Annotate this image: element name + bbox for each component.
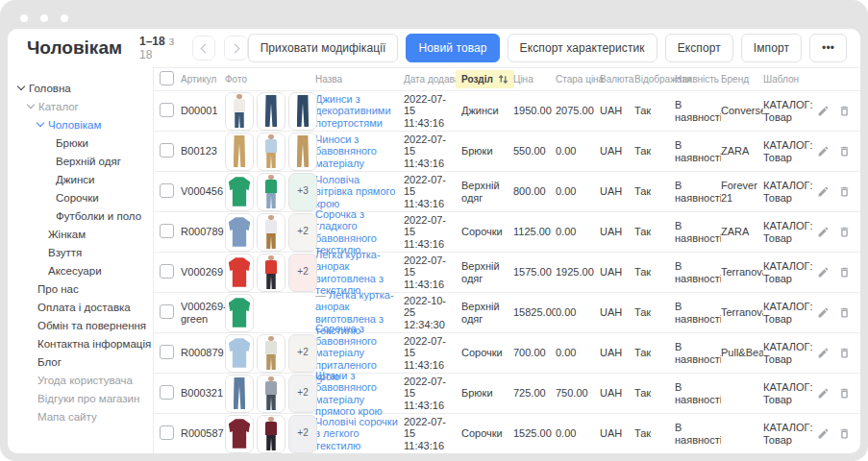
edit-pencil-icon[interactable] bbox=[817, 105, 830, 117]
edit-pencil-icon[interactable] bbox=[817, 387, 830, 400]
sidebar-item[interactable]: Аксесуари bbox=[8, 261, 153, 279]
column-header[interactable]: Фото bbox=[225, 74, 315, 85]
sidebar-item[interactable]: Жінкам bbox=[8, 225, 153, 243]
window-control-dot[interactable] bbox=[20, 14, 28, 22]
product-thumbnail[interactable]: +2 bbox=[288, 375, 317, 413]
product-thumbnail[interactable] bbox=[257, 334, 285, 373]
sidebar-item[interactable]: Каталог bbox=[8, 97, 153, 115]
row-checkbox[interactable] bbox=[160, 304, 174, 319]
sidebar-item[interactable]: Відгуки про магазин bbox=[8, 389, 153, 407]
product-thumbnail[interactable]: +3 bbox=[288, 173, 317, 211]
product-thumbnail[interactable] bbox=[257, 213, 285, 252]
edit-pencil-icon[interactable] bbox=[817, 427, 830, 440]
edit-pencil-icon[interactable] bbox=[817, 145, 830, 158]
column-header[interactable]: Ціна bbox=[513, 74, 556, 85]
column-header[interactable]: Дата додавання bbox=[404, 74, 461, 85]
export-button[interactable]: Експорт bbox=[665, 34, 733, 62]
delete-trash-icon[interactable] bbox=[838, 347, 851, 359]
sidebar-item[interactable]: Футболки и поло bbox=[8, 206, 153, 225]
edit-pencil-icon[interactable] bbox=[817, 266, 830, 279]
sidebar-item[interactable]: Джинси bbox=[8, 170, 153, 188]
column-header[interactable]: Валюта bbox=[600, 74, 634, 85]
product-thumbnail[interactable] bbox=[225, 415, 254, 453]
column-header[interactable]: Назва bbox=[315, 74, 404, 85]
sidebar-item[interactable]: Оплата і доставка bbox=[8, 298, 153, 316]
product-thumbnail[interactable] bbox=[288, 133, 317, 171]
sidebar-item[interactable]: Обмін та повернення bbox=[8, 316, 153, 334]
edit-pencil-icon[interactable] bbox=[817, 306, 830, 319]
product-thumbnail[interactable]: +2 bbox=[288, 254, 317, 292]
product-thumbnail[interactable] bbox=[225, 254, 254, 292]
row-checkbox[interactable] bbox=[160, 224, 174, 238]
sidebar-item[interactable]: Про нас bbox=[8, 279, 153, 298]
product-thumbnail[interactable] bbox=[225, 173, 254, 211]
product-thumbnail[interactable]: +2 bbox=[288, 213, 317, 252]
new-product-button[interactable]: Новий товар bbox=[406, 34, 499, 62]
more-options-button[interactable]: ••• bbox=[809, 34, 847, 62]
sidebar-item[interactable]: Сорочки bbox=[8, 188, 153, 206]
row-checkbox[interactable] bbox=[160, 345, 174, 359]
delete-trash-icon[interactable] bbox=[838, 145, 851, 158]
sidebar-item[interactable]: Брюки bbox=[8, 133, 153, 152]
column-header[interactable]: Артикул bbox=[181, 74, 225, 85]
row-checkbox[interactable] bbox=[160, 425, 174, 440]
product-thumbnail[interactable] bbox=[225, 294, 254, 332]
sidebar-item[interactable]: Мапа сайту bbox=[8, 407, 153, 425]
column-header[interactable]: Наявність bbox=[675, 74, 721, 85]
sidebar-item[interactable]: Взуття bbox=[8, 243, 153, 261]
product-thumbnail[interactable] bbox=[225, 213, 254, 252]
window-control-dot[interactable] bbox=[61, 14, 68, 22]
product-name-link[interactable]: Штани з бавовняного матеріалу прямого кр… bbox=[315, 370, 383, 418]
product-thumbnail[interactable] bbox=[257, 254, 285, 292]
column-header[interactable]: Бренд bbox=[721, 74, 763, 85]
sidebar-item[interactable]: Верхній одяг bbox=[8, 152, 153, 170]
product-thumbnail[interactable] bbox=[288, 92, 317, 131]
product-thumbnail[interactable] bbox=[225, 375, 254, 413]
product-thumbnail[interactable] bbox=[257, 173, 285, 211]
row-checkbox[interactable] bbox=[160, 143, 174, 158]
row-checkbox[interactable] bbox=[160, 183, 174, 198]
delete-trash-icon[interactable] bbox=[838, 266, 851, 279]
row-checkbox[interactable] bbox=[160, 103, 174, 117]
prev-page-button[interactable] bbox=[192, 36, 215, 61]
sidebar-item[interactable]: Блог bbox=[8, 352, 153, 371]
edit-pencil-icon[interactable] bbox=[817, 226, 830, 238]
column-header[interactable]: Стара ціна bbox=[556, 74, 600, 85]
sidebar-item[interactable]: Угода користувача bbox=[8, 371, 153, 389]
product-name-link[interactable]: Джинси з декоративними потертостями bbox=[315, 93, 391, 129]
product-thumbnail[interactable]: +2 bbox=[288, 415, 317, 453]
product-name-link[interactable]: Чиноси з бавовняного матеріалу bbox=[315, 133, 377, 169]
product-thumbnail[interactable] bbox=[225, 133, 254, 171]
product-thumbnail[interactable]: +2 bbox=[288, 334, 317, 373]
column-header[interactable]: Шаблон bbox=[763, 74, 817, 85]
delete-trash-icon[interactable] bbox=[838, 105, 851, 117]
select-all-checkbox[interactable] bbox=[160, 71, 174, 85]
row-checkbox[interactable] bbox=[160, 264, 174, 279]
product-thumbnail[interactable] bbox=[225, 334, 254, 373]
product-thumbnail[interactable] bbox=[257, 92, 285, 131]
delete-trash-icon[interactable] bbox=[838, 306, 851, 319]
delete-trash-icon[interactable] bbox=[838, 185, 851, 198]
window-control-dot[interactable] bbox=[40, 14, 48, 22]
product-thumbnail[interactable] bbox=[257, 133, 285, 171]
product-thumbnail[interactable] bbox=[225, 92, 254, 131]
product-name-link[interactable]: Чоловічі сорочки з легкого текстилю bbox=[315, 416, 398, 451]
next-page-button[interactable] bbox=[224, 36, 247, 61]
sidebar-item[interactable]: Контактна інформація bbox=[8, 334, 153, 352]
edit-pencil-icon[interactable] bbox=[817, 185, 830, 198]
product-thumbnail[interactable] bbox=[257, 375, 285, 413]
sidebar-item[interactable]: Чоловікам bbox=[8, 115, 153, 133]
product-thumbnail[interactable] bbox=[257, 415, 285, 453]
import-button[interactable]: Імпорт bbox=[741, 34, 802, 62]
row-checkbox[interactable] bbox=[160, 385, 174, 400]
column-header[interactable]: Відображати bbox=[634, 74, 675, 85]
edit-pencil-icon[interactable] bbox=[817, 347, 830, 359]
export-attributes-button[interactable]: Експорт характеристик bbox=[508, 34, 657, 62]
delete-trash-icon[interactable] bbox=[838, 226, 851, 238]
column-header[interactable]: Розділ bbox=[461, 70, 513, 88]
sidebar-item[interactable]: Головна bbox=[8, 79, 153, 97]
delete-trash-icon[interactable] bbox=[838, 427, 851, 440]
hide-modifications-button[interactable]: Приховати модифікації bbox=[248, 34, 399, 62]
product-name-link[interactable]: Чоловіча вітрівка прямого крою bbox=[315, 174, 395, 209]
delete-trash-icon[interactable] bbox=[838, 387, 851, 400]
